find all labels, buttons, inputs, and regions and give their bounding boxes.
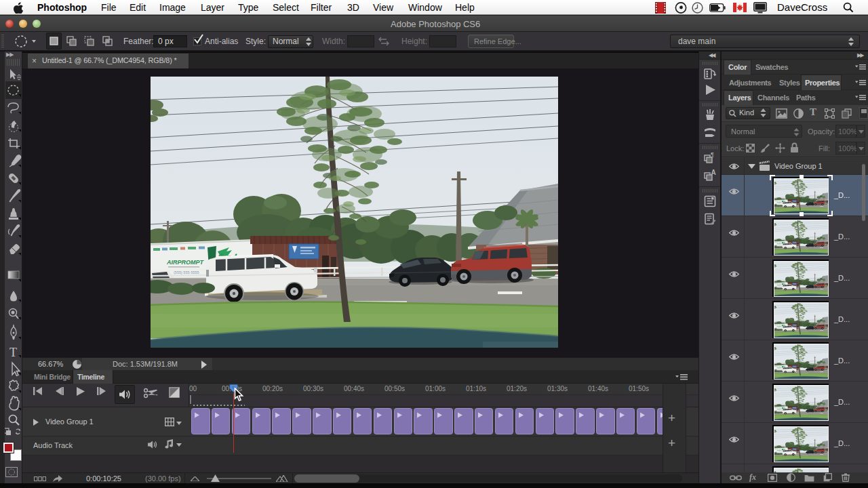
svg-text:¶: ¶ [711, 151, 714, 158]
svg-text:A: A [711, 169, 716, 176]
svg-text:T: T [9, 346, 17, 359]
